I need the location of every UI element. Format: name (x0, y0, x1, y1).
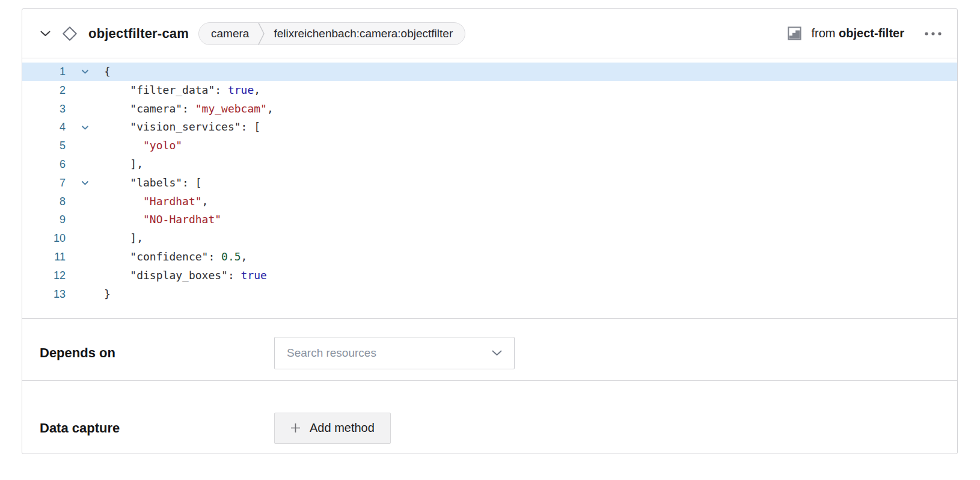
code-token-ws (104, 195, 143, 208)
data-capture-section: Data capture Add method (22, 381, 957, 454)
code-text[interactable]: "labels": [ (104, 174, 957, 192)
from-module-text: from object-filter (812, 26, 904, 40)
code-token-punct: ], (104, 232, 143, 244)
fold-spacer (66, 248, 104, 266)
code-token-key: "labels" (130, 176, 182, 189)
code-token-key: "filter_data" (130, 84, 215, 96)
more-options-button[interactable] (922, 27, 944, 40)
resource-card-header: objectfilter-cam camera felixreichenbach… (22, 9, 957, 58)
code-token-ws (104, 120, 130, 133)
fold-spacer (66, 229, 104, 248)
code-token-punct: : (182, 102, 195, 115)
code-line[interactable]: 10 ], (22, 229, 957, 248)
code-token-punct: : [ (182, 176, 202, 189)
line-number: 5 (22, 137, 66, 155)
code-token-number: 0.5 (221, 250, 241, 263)
code-line[interactable]: 6 ], (22, 155, 957, 174)
code-editor[interactable]: 1{2 "filter_data": true,3 "camera": "my_… (22, 58, 957, 319)
fold-spacer (66, 266, 104, 285)
code-text[interactable]: "NO-Hardhat" (104, 211, 957, 229)
code-token-ws (104, 213, 143, 226)
code-token-punct: : (215, 84, 228, 96)
code-token-punct: : (228, 269, 241, 282)
line-number: 8 (22, 192, 66, 211)
depends-on-label: Depends on (40, 345, 274, 361)
code-token-key: "vision_services" (130, 120, 240, 133)
code-token-punct: , (241, 250, 248, 263)
line-number: 4 (22, 118, 66, 137)
code-token-key: "display_boxes" (130, 269, 228, 282)
code-text[interactable]: "yolo" (104, 137, 957, 155)
search-resources-placeholder: Search resources (287, 346, 492, 360)
line-number: 13 (22, 285, 66, 304)
code-line[interactable]: 13} (22, 285, 957, 304)
line-number: 9 (22, 211, 66, 229)
data-capture-label: Data capture (40, 420, 274, 436)
code-text[interactable]: "vision_services": [ (104, 118, 957, 137)
code-line[interactable]: 1{ (22, 63, 957, 81)
code-text[interactable]: "camera": "my_webcam", (104, 100, 957, 118)
code-token-string: "NO-Hardhat" (143, 213, 221, 226)
depends-on-section: Depends on Search resources (22, 319, 957, 381)
code-token-ws (104, 269, 130, 282)
code-token-ws (104, 84, 130, 96)
code-token-punct: , (202, 195, 209, 208)
line-number: 11 (22, 248, 66, 266)
fold-chevron-icon[interactable] (66, 118, 104, 137)
fold-spacer (66, 137, 104, 155)
code-line[interactable]: 12 "display_boxes": true (22, 266, 957, 285)
from-module-name: object-filter (839, 26, 904, 40)
code-text[interactable]: ], (104, 229, 957, 248)
code-token-punct: { (104, 65, 111, 78)
code-line[interactable]: 9 "NO-Hardhat" (22, 211, 957, 229)
code-line[interactable]: 3 "camera": "my_webcam", (22, 100, 957, 118)
line-number: 10 (22, 229, 66, 248)
code-text[interactable]: "confidence": 0.5, (104, 248, 957, 266)
depends-on-select[interactable]: Search resources (274, 337, 515, 369)
code-token-string: "my_webcam" (195, 102, 267, 115)
code-line[interactable]: 8 "Hardhat", (22, 192, 957, 211)
code-token-string: "yolo" (143, 139, 182, 152)
line-number: 3 (22, 100, 66, 118)
fold-chevron-icon[interactable] (66, 174, 104, 192)
code-line[interactable]: 11 "confidence": 0.5, (22, 248, 957, 266)
code-line[interactable]: 7 "labels": [ (22, 174, 957, 192)
chevron-down-icon (492, 350, 502, 356)
code-text[interactable]: "display_boxes": true (104, 266, 957, 285)
code-token-key: "confidence" (130, 250, 208, 263)
code-text[interactable]: } (104, 285, 957, 304)
camera-component-icon (61, 25, 78, 42)
code-line[interactable]: 5 "yolo" (22, 137, 957, 155)
collapse-button[interactable] (38, 28, 53, 39)
resource-title: objectfilter-cam (88, 26, 189, 42)
fold-spacer (66, 285, 104, 304)
code-text[interactable]: "Hardhat", (104, 192, 957, 211)
module-icon (786, 25, 803, 42)
chevron-down-icon (40, 31, 51, 37)
code-token-bool: true (228, 84, 254, 96)
from-prefix: from (812, 26, 836, 40)
badge-type-label: camera (211, 27, 249, 40)
fold-spacer (66, 192, 104, 211)
fold-spacer (66, 81, 104, 100)
fold-spacer (66, 100, 104, 118)
code-line[interactable]: 4 "vision_services": [ (22, 118, 957, 137)
code-text[interactable]: "filter_data": true, (104, 81, 957, 100)
fold-chevron-icon[interactable] (66, 63, 104, 81)
fold-spacer (66, 155, 104, 174)
code-line[interactable]: 2 "filter_data": true, (22, 81, 957, 100)
code-token-string: "Hardhat" (143, 195, 202, 208)
code-token-punct: ], (104, 158, 143, 170)
fold-spacer (66, 211, 104, 229)
line-number: 7 (22, 174, 66, 192)
code-text[interactable]: { (104, 63, 957, 81)
code-token-punct: } (104, 288, 111, 300)
code-token-ws (104, 176, 130, 189)
code-token-bool: true (241, 269, 267, 282)
breadcrumb-separator-icon (258, 22, 265, 45)
header-right: from object-filter (786, 25, 944, 42)
code-token-ws (104, 139, 143, 152)
code-text[interactable]: ], (104, 155, 957, 174)
code-token-punct: , (254, 84, 260, 96)
add-method-button[interactable]: Add method (274, 413, 391, 444)
